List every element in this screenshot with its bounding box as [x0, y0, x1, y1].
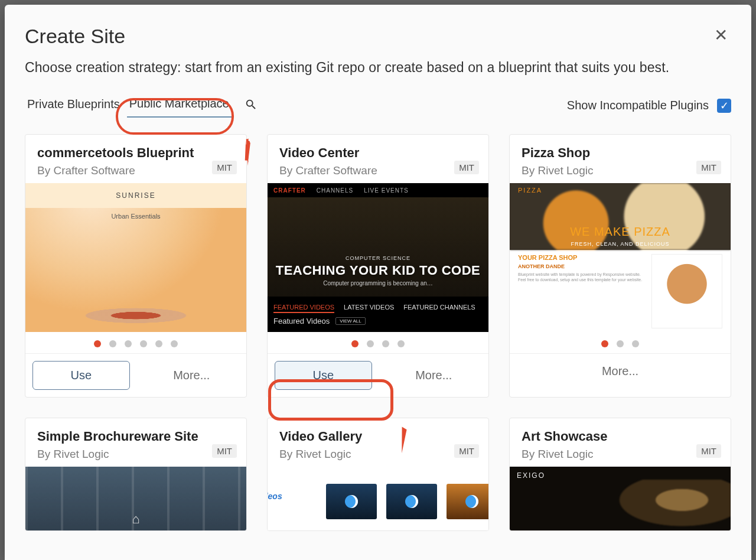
- carousel-dots: [510, 332, 731, 353]
- card-author: By Rivet Logic: [522, 164, 719, 177]
- show-incompatible-label: Show Incompatible Plugins: [567, 99, 709, 112]
- preview-headline: TEACHING YOUR KID TO CODE: [276, 262, 481, 279]
- preview-tab: FEATURED CHANNELS: [403, 304, 475, 313]
- close-icon[interactable]: ✕: [711, 25, 731, 46]
- preview-tagline: Urban Essentials: [25, 213, 246, 220]
- carousel-dot[interactable]: [601, 340, 608, 347]
- carousel-dot[interactable]: [125, 340, 132, 347]
- card-author: By Crafter Software: [279, 164, 477, 177]
- preview-brand: PIZZA: [518, 187, 542, 194]
- blueprint-card: Simple Brochureware Site By Rivet Logic …: [25, 418, 247, 531]
- carousel-dot[interactable]: [632, 340, 639, 347]
- carousel-dot[interactable]: [617, 340, 624, 347]
- preview-tagline: FRESH, CLEAN, AND DELICIOUS: [510, 241, 731, 247]
- preview-nav-item: LIVE EVENTS: [364, 187, 408, 194]
- more-button[interactable]: More...: [510, 354, 731, 389]
- card-author: By Rivet Logic: [279, 448, 477, 461]
- preview-sub: ANOTHER DANDE: [518, 263, 646, 269]
- video-thumb: [326, 484, 377, 519]
- show-incompatible-checkbox[interactable]: ✓: [717, 99, 731, 113]
- preview-logo-sub: Tube: [268, 501, 282, 506]
- license-badge: MIT: [454, 444, 479, 458]
- tab-private-blueprints[interactable]: Private Blueprints: [25, 94, 122, 117]
- card-preview-image[interactable]: ⌂: [25, 467, 246, 530]
- license-badge: MIT: [696, 444, 721, 458]
- preview-tab: FEATURED VIDEOS: [273, 304, 334, 313]
- carousel-dot[interactable]: [140, 340, 147, 347]
- blueprint-card: Pizza Shop By Rivet Logic MIT PIZZA WE M…: [509, 134, 731, 398]
- preview-section: YOUR PIZZA SHOP: [518, 254, 646, 261]
- modal-title: Create Site: [25, 25, 125, 48]
- carousel-dot[interactable]: [171, 340, 178, 347]
- card-author: By Rivet Logic: [522, 448, 719, 461]
- tabs-row: Private Blueprints Public Marketplace Sh…: [25, 93, 731, 118]
- preview-brand: CRAFTER: [273, 187, 306, 194]
- preview-subject: COMPUTER SCIENCE: [268, 255, 488, 261]
- license-badge: MIT: [454, 161, 479, 174]
- card-preview-image[interactable]: CRAFTER CHANNELS LIVE EVENTS COMPUTER SC…: [268, 183, 488, 332]
- use-button[interactable]: Use: [32, 361, 130, 390]
- card-preview-image[interactable]: EXIGO: [510, 467, 731, 530]
- use-button[interactable]: Use: [275, 361, 372, 390]
- create-site-modal: Create Site ✕ Choose creation strategy: …: [5, 5, 751, 560]
- more-button[interactable]: More...: [379, 354, 488, 397]
- carousel-dot[interactable]: [109, 340, 116, 347]
- carousel-dots: [268, 332, 488, 353]
- preview-sub: Computer programming is becoming an…: [268, 280, 488, 286]
- license-badge: MIT: [212, 161, 237, 174]
- search-icon[interactable]: [245, 98, 258, 113]
- preview-nav-item: CHANNELS: [317, 187, 353, 194]
- preview-logo: Videos: [268, 491, 282, 501]
- modal-subtitle: Choose creation strategy: start from an …: [25, 60, 731, 76]
- carousel-dot[interactable]: [367, 340, 374, 347]
- card-preview-image[interactable]: SUNRISE Urban Essentials: [25, 183, 246, 332]
- card-title: Simple Brochureware Site: [37, 429, 234, 444]
- blueprint-card: commercetools Blueprint By Crafter Softw…: [25, 134, 247, 398]
- card-title: Video Gallery: [279, 429, 477, 444]
- preview-headline: WE MAKE PIZZA: [570, 225, 670, 238]
- preview-brand: EXIGO: [517, 471, 545, 480]
- card-title: Art Showcase: [522, 429, 719, 444]
- license-badge: MIT: [212, 444, 237, 458]
- blueprint-card: Video Center By Crafter Software MIT CRA…: [267, 134, 489, 398]
- video-thumb: [386, 484, 437, 519]
- more-button[interactable]: More...: [137, 354, 246, 397]
- preview-tab: LATEST VIDEOS: [344, 304, 394, 313]
- card-preview-image[interactable]: VideosTube: [268, 467, 488, 530]
- preview-view-all: VIEW ALL: [335, 317, 365, 325]
- blueprint-card: Video Gallery By Rivet Logic MIT VideosT…: [267, 418, 489, 531]
- blueprint-grid: commercetools Blueprint By Crafter Softw…: [25, 134, 731, 555]
- card-preview-image[interactable]: PIZZA WE MAKE PIZZA FRESH, CLEAN, AND DE…: [510, 183, 731, 332]
- tab-public-marketplace[interactable]: Public Marketplace: [127, 93, 232, 118]
- carousel-dot[interactable]: [94, 340, 101, 347]
- home-icon: ⌂: [132, 512, 139, 527]
- card-title: Video Center: [279, 145, 477, 161]
- card-title: commercetools Blueprint: [37, 145, 234, 161]
- card-author: By Crafter Software: [37, 164, 234, 177]
- carousel-dot[interactable]: [382, 340, 389, 347]
- carousel-dots: [25, 332, 246, 353]
- carousel-dot[interactable]: [351, 340, 359, 347]
- card-title: Pizza Shop: [522, 145, 719, 161]
- license-badge: MIT: [696, 161, 721, 174]
- preview-brand: SUNRISE: [25, 183, 246, 208]
- blueprint-card: Art Showcase By Rivet Logic MIT EXIGO: [509, 418, 731, 531]
- preview-section: Featured Videos: [273, 317, 330, 325]
- video-thumb: [447, 484, 488, 519]
- carousel-dot[interactable]: [397, 340, 405, 347]
- card-author: By Rivet Logic: [37, 448, 234, 461]
- carousel-dot[interactable]: [155, 340, 162, 347]
